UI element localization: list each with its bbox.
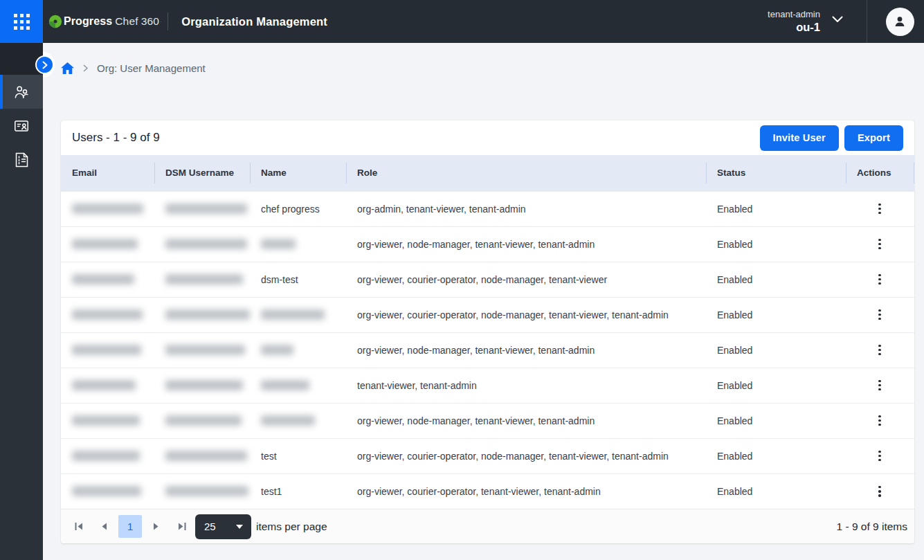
row-actions-menu-button[interactable]: [871, 447, 889, 465]
items-per-page-label: items per page: [256, 521, 327, 533]
dsm-username-cell: [154, 262, 250, 297]
grid-icon: [14, 14, 30, 30]
sidebar-item-document[interactable]: [0, 143, 43, 177]
brand-logo: Progress·Chef·360·: [48, 15, 162, 28]
redacted-text: [261, 345, 293, 355]
name-cell: test: [250, 438, 346, 473]
email-cell: [61, 262, 154, 297]
actions-cell: [846, 262, 914, 297]
status-cell: Enabled: [706, 438, 846, 473]
row-actions-menu-button[interactable]: [871, 306, 889, 324]
name-cell: chef progress: [250, 191, 346, 226]
redacted-text: [72, 451, 140, 461]
home-icon[interactable]: [61, 62, 74, 74]
dsm-username-cell: [154, 191, 250, 226]
status-cell: Enabled: [706, 332, 846, 368]
id-card-icon: [13, 118, 30, 134]
name-cell: test1: [250, 473, 346, 509]
redacted-text: [72, 486, 141, 496]
column-header-actions: Actions: [846, 155, 914, 191]
row-actions-menu-button[interactable]: [871, 235, 889, 253]
sidebar: [0, 43, 43, 560]
status-cell: Enabled: [706, 403, 846, 438]
last-page-button[interactable]: [169, 515, 194, 539]
actions-cell: [846, 226, 914, 262]
email-cell: [61, 297, 154, 332]
previous-page-button[interactable]: [91, 515, 117, 539]
redacted-text: [72, 239, 138, 249]
redacted-text: [72, 309, 143, 320]
redacted-text: [72, 415, 140, 426]
sidebar-item-users[interactable]: [0, 75, 43, 109]
column-header-dsm-username[interactable]: DSM Username: [154, 155, 250, 191]
trademark-mark: ·: [139, 19, 141, 24]
email-cell: [61, 473, 154, 509]
email-cell: [61, 438, 154, 473]
sidebar-item-id-card[interactable]: [0, 109, 43, 143]
column-header-role[interactable]: Role: [346, 155, 706, 191]
next-page-button[interactable]: [143, 515, 169, 539]
table-footer: 1 25 items per page 1 - 9 of 9 items: [61, 509, 914, 543]
actions-cell: [846, 473, 914, 509]
email-cell: [61, 368, 154, 403]
app-title: Organization Management: [181, 15, 327, 28]
row-actions-menu-button[interactable]: [871, 482, 889, 500]
export-button[interactable]: Export: [844, 125, 903, 151]
row-actions-menu-button[interactable]: [871, 341, 889, 359]
first-page-button[interactable]: [66, 515, 91, 539]
tenant-switcher[interactable]: tenant-admin ou-1: [768, 9, 820, 34]
row-actions-menu-button[interactable]: [871, 412, 889, 430]
column-header-status[interactable]: Status: [706, 155, 846, 191]
tenant-org: ou-1: [768, 21, 820, 34]
redacted-text: [261, 309, 325, 320]
tenant-role: tenant-admin: [768, 9, 820, 19]
table-row: tenant-viewer, tenant-adminEnabled: [61, 368, 914, 403]
actions-cell: [846, 297, 914, 332]
status-cell: Enabled: [706, 226, 846, 262]
dsm-username-cell: [154, 403, 250, 438]
dsm-username-cell: [154, 297, 250, 332]
column-header-name[interactable]: Name: [250, 155, 346, 191]
redacted-text: [261, 239, 296, 249]
email-cell: [61, 226, 154, 262]
table-row: org-viewer, node-manager, tenant-viewer,…: [61, 403, 914, 438]
user-menu-button[interactable]: [867, 8, 924, 36]
name-cell: [250, 297, 346, 332]
page-size-value: 25: [204, 521, 216, 532]
table-row: test1org-viewer, courier-operator, tenan…: [61, 473, 914, 509]
actions-cell: [846, 403, 914, 438]
redacted-text: [165, 309, 250, 320]
redacted-text: [165, 451, 247, 461]
document-icon: [14, 152, 30, 168]
users-table: Email DSM Username Name Role Status Acti…: [61, 155, 914, 509]
redacted-text: [165, 239, 247, 249]
users-card-title: Users - 1 - 9 of 9: [72, 131, 160, 145]
column-header-email[interactable]: Email: [61, 155, 154, 191]
avatar: [886, 8, 914, 36]
sidebar-expand-button[interactable]: [35, 55, 54, 74]
progress-logo-icon: [48, 15, 62, 28]
row-actions-menu-button[interactable]: [871, 377, 889, 395]
table-row: dsm-testorg-viewer, courier-operator, no…: [61, 262, 914, 297]
redacted-text: [165, 204, 247, 214]
trademark-mark: ·: [113, 19, 114, 24]
table-header-row: Email DSM Username Name Role Status Acti…: [61, 155, 914, 191]
brand-360: 360: [141, 15, 159, 28]
invite-user-button[interactable]: Invite User: [760, 125, 839, 151]
redacted-text: [261, 415, 315, 426]
actions-cell: [846, 438, 914, 473]
row-actions-menu-button[interactable]: [871, 271, 889, 289]
chevron-down-icon[interactable]: [832, 16, 843, 23]
person-icon: [892, 14, 907, 29]
row-actions-menu-button[interactable]: [871, 200, 889, 218]
app-launcher-button[interactable]: [0, 0, 43, 43]
role-cell: org-admin, tenant-viewer, tenant-admin: [346, 191, 706, 226]
status-cell: Enabled: [706, 473, 846, 509]
role-cell: org-viewer, node-manager, tenant-viewer,…: [346, 403, 706, 438]
role-cell: org-viewer, courier-operator, node-manag…: [346, 438, 706, 473]
page-size-select[interactable]: 25: [195, 514, 251, 539]
table-row: testorg-viewer, courier-operator, node-m…: [61, 438, 914, 473]
page-number-button[interactable]: 1: [118, 515, 142, 538]
topbar-divider: [167, 12, 168, 30]
name-cell: [250, 368, 346, 403]
